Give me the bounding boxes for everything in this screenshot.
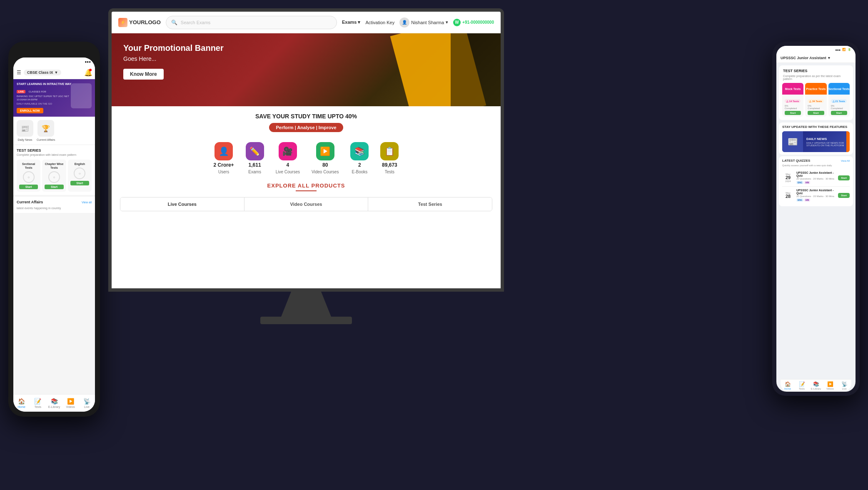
users-count: 2 Crore+ <box>214 162 234 168</box>
rp-status-bar: ●●● 📶 🔋 <box>776 46 856 53</box>
test-progress-circle: ○ <box>23 171 35 183</box>
eng-tag: ENG <box>796 181 803 184</box>
whatsapp-icon: W <box>453 19 461 26</box>
bottom-nav: 🏠 Home 📝 Tests 📚 E-Library ▶️ Videos 📡 <box>13 394 95 412</box>
tests-icon: 📝 <box>34 398 41 405</box>
sectional-tests-card[interactable]: Sectional Tests ○ Start <box>17 160 40 192</box>
test-series-section: TEST SERIES Complete preparation with la… <box>13 145 95 195</box>
ebooks-label: E-Books <box>352 170 368 174</box>
news-orange-strip <box>846 131 850 152</box>
explore-section: EXPLORE ALL PRODUCTS Live Courses Video … <box>112 178 501 216</box>
quiz-item-1: May 29 2024 UPSSSC Junior Assistant - Qu… <box>782 169 850 187</box>
class-selector[interactable]: CBSE Class IX ▼ <box>24 70 61 75</box>
practice-tests-header: Practice Tests <box>805 83 826 95</box>
tab-test-series[interactable]: Test Series <box>368 198 492 211</box>
current-affairs-link[interactable]: 🏆 Current Affairs <box>37 120 55 141</box>
tab-video-courses[interactable]: Video Courses <box>244 198 369 211</box>
quiz-tags-2: ENG HIN <box>796 198 836 202</box>
chapter-wise-card[interactable]: Chapter Wise Tests ○ Start <box>42 160 66 192</box>
start-button[interactable]: Start <box>19 185 38 189</box>
video-courses-icon: ▶️ <box>316 142 334 160</box>
hin-tag: HIN <box>804 198 811 202</box>
nav-elibrary[interactable]: 📚 E-Library <box>46 398 62 408</box>
rp-quizzes: LATEST QUIZZES View All Quickly assess y… <box>779 156 853 206</box>
nav-live[interactable]: 📡 Live <box>79 398 95 408</box>
rp-nav-elibrary[interactable]: 📚 E-Library <box>809 381 823 390</box>
daily-news-icon: 📰 <box>17 120 33 137</box>
nav-exams[interactable]: Exams ▾ <box>342 20 361 25</box>
live-courses-count: 4 <box>286 162 289 168</box>
nav-home[interactable]: 🏠 Home <box>13 398 30 408</box>
rp-nav-live[interactable]: 📡 Live <box>837 381 851 390</box>
quiz-date-2: May 28 <box>782 192 794 199</box>
exams-label: Exams <box>248 170 261 174</box>
mock-tests-start-btn[interactable]: Start <box>785 111 801 115</box>
quiz-start-btn-1[interactable]: Start <box>838 175 850 180</box>
rp-test-series: TEST SERIES Complete preparation as per … <box>779 65 853 120</box>
quick-links: 📰 Daily News 🏆 Current Affairs <box>13 117 95 145</box>
quiz-date-1: May 29 2024 <box>782 173 794 182</box>
tab-live-courses[interactable]: Live Courses <box>120 198 244 211</box>
eng-tag: ENG <box>796 198 803 202</box>
live-courses-label: Live Courses <box>276 170 300 174</box>
home-icon: 🏠 <box>785 381 791 387</box>
news-thumbnail: 📰 <box>782 131 803 152</box>
quiz-tags-1: ENG HIN <box>796 181 836 184</box>
rp-nav-home[interactable]: 🏠 Home <box>781 381 795 390</box>
quiz-start-btn-2[interactable]: Start <box>838 193 850 198</box>
quiz-item-2: May 28 UPSSSC Junior Assistant - Quiz 20… <box>782 187 850 204</box>
dark-shape <box>451 33 501 106</box>
hin-tag: HIN <box>804 181 811 184</box>
banner-image <box>71 83 92 108</box>
nav-right: Exams ▾ Activation Key 👤 Nishant Sharma … <box>342 18 494 28</box>
rp-bottom-nav: 🏠 Home 📝 Tests 📚 E-Library ▶️ Videos 📡 <box>781 379 851 392</box>
exam-selector[interactable]: UPSSSC Junior Assistant ▾ <box>781 56 830 60</box>
nav-activation-key[interactable]: Activation Key <box>366 20 395 25</box>
practice-tests-start-btn[interactable]: Start <box>808 111 824 115</box>
rp-nav-tests[interactable]: 📝 Tests <box>795 381 809 390</box>
start-button[interactable]: Start <box>45 185 63 189</box>
sectional-tests-header: Sectional Tests <box>828 83 850 95</box>
know-more-button[interactable]: Know More <box>123 69 164 80</box>
phone-nav-bar: ☰ CBSE Class IX ▼ 🔔 <box>13 66 95 79</box>
phone-notch <box>40 47 69 55</box>
english-card[interactable]: English ○ Start <box>68 160 92 192</box>
current-affairs-section: Current Affairs View all latest events h… <box>13 197 95 213</box>
view-all-quizzes[interactable]: View All <box>841 160 850 162</box>
nav-videos[interactable]: ▶️ Videos <box>62 398 79 408</box>
nav-phone: W +91-0000000000 <box>453 19 494 26</box>
menu-icon[interactable]: ☰ <box>17 70 21 75</box>
stat-tests: 📋 89,673 Tests <box>380 142 399 174</box>
mock-tests-card[interactable]: Mock Tests △ 14 Tests 0% Completed Start <box>782 83 803 117</box>
sectional-tests-start-btn[interactable]: Start <box>831 111 847 115</box>
daily-news-link[interactable]: 📰 Daily News <box>17 120 33 141</box>
nav-user[interactable]: 👤 Nishant Sharma ▾ <box>399 18 448 28</box>
chevron-down-icon: ▾ <box>828 56 830 60</box>
daily-news-widget[interactable]: 📰 DAILY NEWS DAILY UPDATES OF NEWS FOR S… <box>782 131 850 152</box>
stats-headline: SAVE YOUR STUDY TIME UPTO 40% <box>120 113 492 120</box>
exams-icon: ✏️ <box>246 142 264 160</box>
monitor-screen: ⚡ YOURLOGO 🔍 Search Exams Exams ▾ Activa… <box>112 12 501 288</box>
stats-icons: 👤 2 Crore+ Users ✏️ 1,611 Exams 🎥 4 Live… <box>120 142 492 174</box>
ebooks-icon: 📚 <box>350 142 369 160</box>
explore-title: EXPLORE ALL PRODUCTS <box>120 182 492 189</box>
rp-nav-videos[interactable]: ▶️ Videos <box>823 381 837 390</box>
monitor-base <box>260 317 352 324</box>
sectional-tests-body: △ 21 Tests 0% Completed Start <box>828 95 850 117</box>
sectional-tests-card[interactable]: Sectional Tests △ 21 Tests 0% Completed … <box>828 83 850 117</box>
enroll-button[interactable]: ENROLL NOW <box>17 108 43 113</box>
notification-bell[interactable]: 🔔 <box>84 69 92 76</box>
right-phone: ●●● 📶 🔋 UPSSSC Junior Assistant ▾ TEST S… <box>772 42 860 396</box>
view-all-link[interactable]: View all <box>82 201 92 204</box>
explore-underline <box>296 190 317 191</box>
start-button[interactable]: Start <box>70 181 89 185</box>
site-search[interactable]: 🔍 Search Exams <box>166 16 337 29</box>
current-affairs-label: Current Affairs <box>37 138 55 141</box>
practice-tests-card[interactable]: Practice Tests △ 34 Tests 0% Completed S… <box>805 83 826 117</box>
rp-features: STAY UPDATED WITH THESE FEATURES 📰 DAILY… <box>779 122 853 155</box>
nav-tests[interactable]: 📝 Tests <box>30 398 46 408</box>
explore-tabs: Live Courses Video Courses Test Series <box>120 197 492 211</box>
current-affairs-icon: 🏆 <box>37 120 54 137</box>
mock-tests-header: Mock Tests <box>782 83 803 95</box>
monitor: ⚡ YOURLOGO 🔍 Search Exams Exams ▾ Activa… <box>108 8 504 350</box>
